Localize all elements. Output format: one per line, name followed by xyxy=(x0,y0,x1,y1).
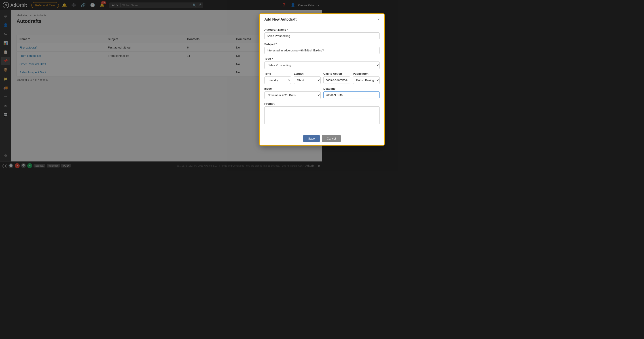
modal-body: Autodraft Name * Subject * Type * Sales … xyxy=(260,24,322,132)
issue-label: Issue xyxy=(264,87,321,90)
modal-overlay[interactable]: Add New Autodraft × Autodraft Name * Sub… xyxy=(0,0,322,170)
length-select[interactable]: Short Medium Long xyxy=(294,76,321,84)
autodraft-name-label: Autodraft Name * xyxy=(264,28,322,31)
autodraft-name-group: Autodraft Name * xyxy=(264,28,322,39)
autodraft-name-input[interactable] xyxy=(264,32,322,39)
length-label: Length xyxy=(294,72,321,75)
modal-title: Add New Autodraft xyxy=(264,18,296,22)
subject-label: Subject * xyxy=(264,42,322,46)
type-label: Type * xyxy=(264,57,322,60)
tone-length-row: Tone Friendly Professional Casual Formal… xyxy=(264,72,322,87)
save-button[interactable]: Save xyxy=(303,135,320,142)
prompt-group: Prompt xyxy=(264,102,322,125)
subject-group: Subject * xyxy=(264,42,322,54)
issue-deadline-row: Issue November 2023 Britis Deadline xyxy=(264,87,322,102)
prompt-label: Prompt xyxy=(264,102,322,105)
prompt-textarea[interactable] xyxy=(264,106,322,124)
tone-group: Tone Friendly Professional Casual Formal xyxy=(264,72,291,84)
subject-input[interactable] xyxy=(264,47,322,54)
modal-header: Add New Autodraft × xyxy=(260,14,322,24)
tone-label: Tone xyxy=(264,72,291,75)
type-group: Type * Sales Prospecting Order Renewal G… xyxy=(264,57,322,69)
issue-select[interactable]: November 2023 Britis xyxy=(264,92,321,99)
add-autodraft-modal: Add New Autodraft × Autodraft Name * Sub… xyxy=(260,14,322,146)
type-select[interactable]: Sales Prospecting Order Renewal General xyxy=(264,62,322,69)
modal-footer: Save Cancel xyxy=(260,132,322,145)
length-group: Length Short Medium Long xyxy=(294,72,321,84)
issue-group: Issue November 2023 Britis xyxy=(264,87,321,99)
tone-select[interactable]: Friendly Professional Casual Formal xyxy=(264,76,291,84)
